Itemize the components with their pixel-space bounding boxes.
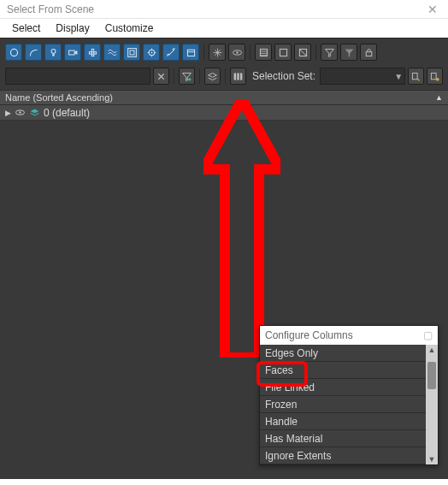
freeze-toggle-icon[interactable] [209,44,226,61]
popup-list: Edges Only Faces File Linked Frozen Hand… [260,345,426,464]
column-option-has-material[interactable]: Has Material [260,430,426,447]
toolbar-separator [174,68,174,84]
layers-icon[interactable] [204,68,221,85]
layer-icon [29,107,40,118]
toolbar-separator [199,68,200,84]
filter-xrefs-icon[interactable] [143,44,160,61]
hide-toggle-icon[interactable] [228,44,245,61]
svg-point-12 [236,51,238,53]
tree-item-label: 0 (default) [44,107,90,119]
selection-filter-icon[interactable] [179,68,195,85]
window-title: Select From Scene [7,3,94,15]
filter-cameras-icon[interactable] [64,44,81,61]
column-option-faces[interactable]: Faces [260,362,426,379]
scroll-down-icon[interactable]: ▼ [426,454,438,464]
menu-bar: Select Display Customize [0,19,448,38]
svg-point-17 [188,78,191,80]
svg-rect-6 [127,48,136,56]
column-option-frozen[interactable]: Frozen [260,396,426,413]
filter-lights-icon[interactable] [44,44,62,61]
display-all-icon[interactable] [255,44,272,61]
select-button-icon[interactable] [408,68,424,85]
chevron-down-icon: ▼ [394,72,403,81]
select-add-icon[interactable] [427,68,443,85]
toolbar-row-1 [5,42,443,62]
popup-close-icon[interactable]: ▢ [423,329,433,341]
svg-rect-21 [412,73,417,79]
svg-rect-14 [280,49,286,56]
filter-bone-icon[interactable] [162,44,180,61]
filter-funnel-icon[interactable] [321,44,338,61]
svg-point-1 [51,49,56,53]
toolbar: Selection Set: ▼ [0,38,448,90]
window-titlebar: Select From Scene ✕ [0,0,448,19]
column-name-label: Name (Sorted Ascending) [5,92,113,103]
popup-title: Configure Columns [265,329,353,341]
eye-icon[interactable] [15,107,26,118]
filter-groups-icon[interactable] [123,44,140,61]
display-none-icon[interactable] [274,44,292,61]
svg-rect-22 [431,73,436,79]
filter-geometry-icon[interactable] [5,44,22,61]
filter-containers-icon[interactable] [182,44,199,61]
toolbar-separator [203,44,204,60]
column-option-ignore-extents[interactable]: Ignore Extents [260,447,426,464]
svg-rect-20 [240,73,242,80]
toolbar-separator [250,44,251,60]
toolbar-row-2: Selection Set: ▼ [5,66,443,86]
scroll-up-icon[interactable]: ▲ [426,345,438,355]
svg-point-0 [10,49,17,56]
window-close-button[interactable]: ✕ [424,3,441,16]
column-option-handle[interactable]: Handle [260,413,426,430]
toolbar-separator [225,68,226,84]
svg-rect-4 [89,51,96,53]
toolbar-separator [315,44,316,60]
display-invert-icon[interactable] [294,44,311,61]
expand-icon[interactable]: ▶ [5,109,11,117]
menu-display[interactable]: Display [56,22,89,34]
clear-search-icon[interactable] [153,68,169,85]
svg-point-25 [19,111,21,113]
selection-set-combo[interactable]: ▼ [320,68,405,85]
configure-columns-icon[interactable] [230,68,246,85]
menu-customize[interactable]: Customize [105,22,154,34]
column-header[interactable]: Name (Sorted Ascending) ▲ [0,90,448,105]
filter-helpers-icon[interactable] [84,44,101,61]
svg-rect-3 [68,50,74,55]
tree-row[interactable]: ▶ 0 (default) [0,105,448,121]
column-option-edges-only[interactable]: Edges Only [260,345,426,362]
svg-rect-18 [234,73,236,80]
scrollbar-thumb[interactable] [427,362,436,389]
filter-shapes-icon[interactable] [25,44,42,61]
svg-rect-7 [130,50,134,55]
column-option-file-linked[interactable]: File Linked [260,379,426,396]
svg-point-9 [150,51,152,53]
search-input[interactable] [5,68,150,85]
lock-icon[interactable] [360,44,377,61]
filter-funnel-2-icon[interactable] [340,44,357,61]
popup-scrollbar[interactable]: ▲ ▼ [426,345,438,464]
svg-rect-16 [366,51,372,56]
filter-spacewarps-icon[interactable] [103,44,121,61]
svg-rect-5 [91,49,93,56]
svg-rect-2 [52,54,54,56]
svg-rect-19 [237,73,239,80]
sort-ascending-icon: ▲ [435,93,443,102]
popup-titlebar: Configure Columns ▢ [260,326,438,345]
svg-point-23 [436,77,439,80]
selection-set-label: Selection Set: [252,70,315,82]
svg-rect-10 [187,50,194,56]
configure-columns-popup: Configure Columns ▢ Edges Only Faces Fil… [259,325,439,465]
menu-select[interactable]: Select [12,22,40,34]
